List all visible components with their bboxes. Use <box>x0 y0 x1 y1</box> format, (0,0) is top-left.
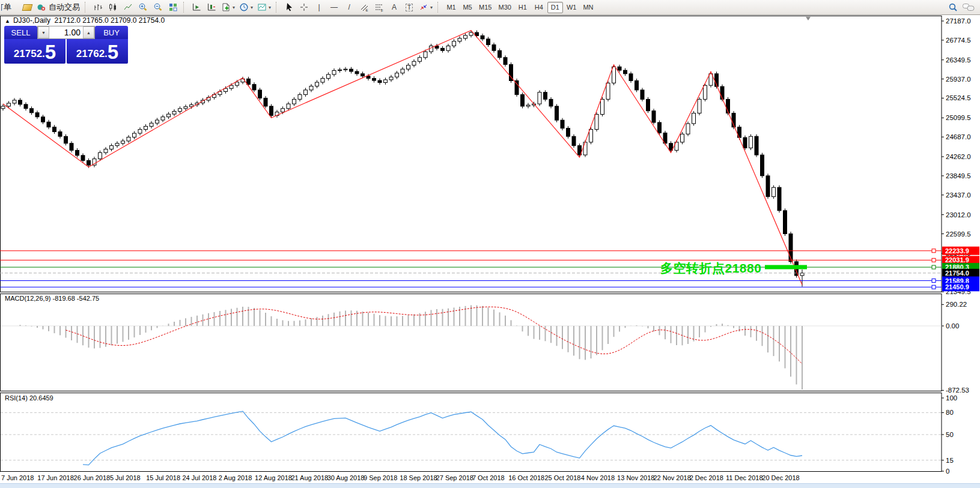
svg-text:26349.5: 26349.5 <box>946 56 971 64</box>
svg-text:24262.0: 24262.0 <box>946 153 971 160</box>
zoom-out-button[interactable] <box>151 1 165 14</box>
macd-signal-line <box>66 307 803 364</box>
sell-button[interactable]: SELL <box>4 26 37 39</box>
svg-text:25937.0: 25937.0 <box>946 76 971 83</box>
chart-symbol-label: DJ30-,Daily <box>13 16 50 25</box>
svg-text:23012.0: 23012.0 <box>946 211 971 218</box>
sell-price-button[interactable]: 21752.5 <box>4 39 65 64</box>
timeframe-m15-button[interactable]: M15 <box>476 2 495 13</box>
svg-text:290.22: 290.22 <box>946 301 967 308</box>
timeframe-m5-button[interactable]: M5 <box>460 2 475 13</box>
mt4-window: 订单 自动交易 ▾ ▾ ▾ | — / E F A T ▾ M1 M5 M15 … <box>0 0 980 488</box>
text-tool-button[interactable]: A <box>387 1 401 14</box>
buy-price-button[interactable]: 21762.5 <box>67 39 128 64</box>
arrows-button[interactable]: ▾ <box>417 1 434 14</box>
text-label-icon: T <box>406 4 413 11</box>
order-history-button[interactable] <box>20 1 34 14</box>
svg-text:25099.5: 25099.5 <box>946 114 971 121</box>
buy-button[interactable]: BUY <box>95 26 128 39</box>
timeframe-d1-button[interactable]: D1 <box>547 2 563 13</box>
svg-text:0.00: 0.00 <box>946 322 959 330</box>
pivot-annotation-text[interactable]: 多空转折点21880 <box>660 260 761 277</box>
vertical-line-button[interactable]: | <box>312 1 326 14</box>
crosshair-icon <box>299 2 309 12</box>
channel-button[interactable]: E <box>357 1 371 14</box>
svg-text:-872.53: -872.53 <box>946 387 969 394</box>
svg-text:12 Aug 2018: 12 Aug 2018 <box>255 474 292 481</box>
svg-text:2 Dec 2018: 2 Dec 2018 <box>690 474 723 481</box>
trendline-button[interactable]: / <box>342 1 356 14</box>
timeframe-h1-button[interactable]: H1 <box>515 2 531 13</box>
svg-text:7 Jun 2018: 7 Jun 2018 <box>1 474 34 481</box>
level-handle[interactable] <box>932 265 936 269</box>
svg-text:20 Dec 2018: 20 Dec 2018 <box>762 474 799 481</box>
svg-text:18 Sep 2018: 18 Sep 2018 <box>400 474 437 481</box>
line-chart-icon <box>123 2 133 12</box>
autotrading-icon <box>37 2 46 12</box>
svg-text:23437.0: 23437.0 <box>946 191 971 199</box>
buy-price-pip: 5 <box>108 42 118 62</box>
svg-text:50: 50 <box>946 431 954 438</box>
autotrading-label: 自动交易 <box>49 2 80 13</box>
volume-spinner: ▼ ▲ <box>37 26 95 39</box>
svg-text:22 Nov 2018: 22 Nov 2018 <box>653 474 690 481</box>
crosshair-button[interactable] <box>297 1 311 14</box>
auto-scroll-button[interactable] <box>189 1 204 14</box>
new-order-label[interactable]: 订单 <box>1 2 19 13</box>
svg-text:22031.9: 22031.9 <box>945 256 969 264</box>
timeframe-h4-button[interactable]: H4 <box>531 2 547 13</box>
zoom-in-button[interactable] <box>136 1 150 14</box>
price-chips: 22233.922031.921880.321754.021589.821450… <box>942 247 979 292</box>
level-handle[interactable] <box>932 258 936 262</box>
svg-text:23849.5: 23849.5 <box>946 172 971 179</box>
level-handle[interactable] <box>932 285 936 289</box>
clock-icon <box>239 2 249 12</box>
timeframe-mn-button[interactable]: MN <box>580 2 596 13</box>
sell-price-pip: 5 <box>45 42 56 62</box>
rsi-indicator-label: RSI(14) 20.6459 <box>5 394 53 402</box>
level-handle[interactable] <box>932 249 936 253</box>
svg-text:26 Jun 2018: 26 Jun 2018 <box>74 474 111 481</box>
new-template-button[interactable]: ▾ <box>219 1 237 14</box>
svg-text:80: 80 <box>946 409 954 416</box>
chat-icon[interactable] <box>962 2 975 12</box>
autotrading-button[interactable]: 自动交易 <box>35 1 82 14</box>
periods-button[interactable]: ▾ <box>237 1 255 14</box>
status-strip <box>0 483 980 488</box>
volume-input[interactable] <box>49 26 83 38</box>
template-icon <box>221 2 231 12</box>
horizontal-line-button[interactable]: — <box>327 1 341 14</box>
tile-windows-icon <box>168 2 178 12</box>
shift-marker-icon[interactable] <box>806 17 811 20</box>
tile-windows-button[interactable] <box>166 1 180 14</box>
chart-shift-button[interactable] <box>204 1 219 14</box>
line-chart-button[interactable] <box>121 1 135 14</box>
candlestick-chart-button[interactable] <box>106 1 120 14</box>
level-handle[interactable] <box>932 279 936 283</box>
timeframe-m30-button[interactable]: M30 <box>495 2 514 13</box>
search-icon[interactable] <box>948 2 958 13</box>
chart-canvas[interactable]: 27187.026774.526349.525937.025524.525099… <box>0 15 980 488</box>
svg-text:21 Aug 2018: 21 Aug 2018 <box>291 474 328 481</box>
svg-text:22599.5: 22599.5 <box>946 230 971 238</box>
fibonacci-button[interactable]: F <box>372 1 386 14</box>
volume-down-button[interactable]: ▼ <box>38 26 49 38</box>
volume-up-button[interactable]: ▲ <box>83 26 94 38</box>
svg-text:21450.9: 21450.9 <box>945 283 969 291</box>
timeframe-m1-button[interactable]: M1 <box>443 2 459 13</box>
bar-chart-button[interactable] <box>91 1 105 14</box>
chart-title[interactable]: ▲DJ30-,Daily 21712.0 21765.0 21709.0 217… <box>5 16 165 25</box>
collapse-arrow-icon[interactable]: ▲ <box>5 18 10 24</box>
cursor-button[interactable] <box>282 1 296 14</box>
svg-text:22233.9: 22233.9 <box>945 247 969 255</box>
chart-area: 27187.026774.526349.525937.025524.525099… <box>0 15 980 488</box>
text-label-button[interactable]: T <box>402 1 416 14</box>
svg-text:25 Oct 2018: 25 Oct 2018 <box>545 474 581 481</box>
svg-text:25524.5: 25524.5 <box>946 94 971 101</box>
indicators-button[interactable]: ▾ <box>255 1 273 14</box>
chart-ohlc-label: 21712.0 21765.0 21709.0 21754.0 <box>55 16 165 25</box>
svg-text:9 Sep 2018: 9 Sep 2018 <box>364 474 397 481</box>
zoom-out-icon <box>153 2 163 12</box>
zoom-in-icon <box>138 2 148 12</box>
timeframe-w1-button[interactable]: W1 <box>564 2 580 13</box>
